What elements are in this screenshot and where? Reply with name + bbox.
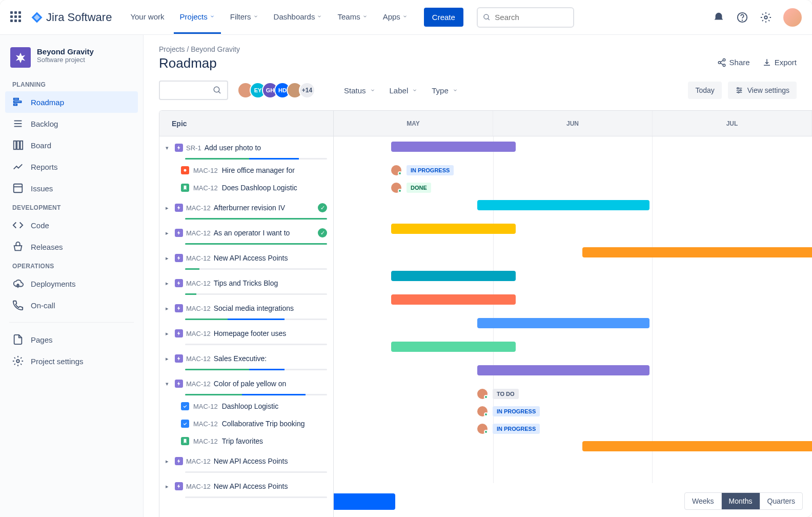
roadmap-timeline[interactable]: MAYJUNJUL IN PROGRESSDONETO DOIN PROGRES… <box>334 111 812 517</box>
view-switcher: WeeksMonthsQuarters <box>684 492 803 510</box>
epic-progress <box>185 243 327 245</box>
expand-toggle-icon[interactable]: ▸ <box>166 355 172 362</box>
svg-line-20 <box>720 60 723 62</box>
breadcrumb[interactable]: Projects / Beyond Gravity <box>159 45 812 53</box>
svg-rect-11 <box>14 141 16 150</box>
view-weeks[interactable]: Weeks <box>685 493 722 509</box>
epic-row[interactable]: ▸MAC-12As an operator I want to✓ <box>159 222 333 243</box>
project-type: Software project <box>37 56 94 64</box>
expand-toggle-icon[interactable]: ▸ <box>166 458 172 465</box>
svg-rect-6 <box>14 101 22 103</box>
child-issue-row[interactable]: MAC-12Dashloop Logistic <box>159 397 333 415</box>
expand-toggle-icon[interactable]: ▸ <box>166 230 172 236</box>
notifications-icon[interactable] <box>713 11 725 24</box>
epic-row[interactable]: ▸MAC-12Homepage footer uses <box>159 322 333 344</box>
epic-bar[interactable] <box>582 441 812 451</box>
sidebar-item-releases[interactable]: Releases <box>5 236 138 257</box>
epic-row[interactable]: ▸MAC-12New API Access Points <box>159 450 333 471</box>
search-input[interactable] <box>495 13 568 22</box>
expand-toggle-icon[interactable]: ▸ <box>166 255 172 262</box>
nav-teams[interactable]: Teams <box>331 1 373 34</box>
svg-rect-7 <box>14 104 17 106</box>
sidebar-item-project-settings[interactable]: Project settings <box>5 350 138 372</box>
epic-bar[interactable] <box>477 200 649 210</box>
sidebar-item-reports[interactable]: Reports <box>5 156 138 177</box>
view-months[interactable]: Months <box>722 493 760 509</box>
timeline-scroll-handle[interactable] <box>334 493 395 510</box>
timeline-header: MAYJUNJUL <box>334 111 812 136</box>
sidebar-item-pages[interactable]: Pages <box>5 329 138 350</box>
expand-toggle-icon[interactable]: ▸ <box>166 483 172 490</box>
roadmap-epic-list: Epic ▾SR-1Add user photo toMAC-12Hire of… <box>159 111 334 517</box>
epic-bar[interactable] <box>477 318 649 328</box>
epic-row[interactable]: ▸MAC-12Afterburner revision IV✓ <box>159 196 333 218</box>
epic-row[interactable]: ▾SR-1Add user photo to <box>159 136 333 158</box>
sidebar-item-deployments[interactable]: Deployments <box>5 273 138 294</box>
timeline-row: IN PROGRESS <box>334 419 812 436</box>
roadmap-search[interactable] <box>159 81 228 100</box>
create-button[interactable]: Create <box>424 8 463 27</box>
epic-row[interactable]: ▸MAC-12Social media integrations <box>159 297 333 319</box>
sidebar-item-code[interactable]: Code <box>5 214 138 236</box>
filter-status[interactable]: Status <box>344 86 375 95</box>
epic-bar[interactable] <box>391 142 516 152</box>
expand-toggle-icon[interactable]: ▸ <box>166 280 172 287</box>
help-icon[interactable] <box>736 11 748 24</box>
assignee-more[interactable]: +14 <box>299 82 315 98</box>
expand-toggle-icon[interactable]: ▾ <box>166 145 172 151</box>
expand-toggle-icon[interactable]: ▸ <box>166 330 172 337</box>
jira-logo-icon <box>31 11 43 24</box>
done-check-icon: ✓ <box>318 228 327 237</box>
timeline-row: TO DO <box>334 384 812 401</box>
epic-row[interactable]: ▸MAC-12New API Access Points <box>159 247 333 268</box>
app-switcher-icon[interactable] <box>10 11 23 24</box>
epic-column-header: Epic <box>159 111 333 136</box>
filter-type[interactable]: Type <box>432 86 458 95</box>
sidebar-item-backlog[interactable]: Backlog <box>5 113 138 134</box>
share-button[interactable]: Share <box>717 58 750 67</box>
view-settings-button[interactable]: View settings <box>728 82 797 99</box>
epic-bar[interactable] <box>582 247 812 257</box>
epic-row[interactable]: ▸MAC-12Sales Executive: <box>159 347 333 369</box>
global-search[interactable] <box>477 7 574 28</box>
child-issue-row[interactable]: MAC-12Trip favorites <box>159 432 333 450</box>
epic-row[interactable]: ▾MAC-12Color of pale yellow on <box>159 372 333 394</box>
nav-filters[interactable]: Filters <box>224 1 265 34</box>
epic-bar[interactable] <box>391 342 516 352</box>
nav-projects[interactable]: Projects <box>174 1 221 34</box>
assignee-avatars[interactable]: EYGHHD+14 <box>237 82 315 98</box>
child-issue-row[interactable]: MAC-12Does Dashloop Logistic <box>159 179 333 196</box>
timeline-row <box>334 313 812 336</box>
nav-dashboards[interactable]: Dashboards <box>268 1 329 34</box>
epic-bar[interactable] <box>391 224 516 234</box>
expand-toggle-icon[interactable]: ▸ <box>166 205 172 211</box>
settings-icon[interactable] <box>760 11 772 24</box>
epic-row[interactable]: ▸MAC-12New API Access Points <box>159 475 333 496</box>
today-button[interactable]: Today <box>688 82 721 99</box>
project-header[interactable]: Beyond Gravity Software project <box>5 44 138 76</box>
view-quarters[interactable]: Quarters <box>760 493 802 509</box>
sidebar-item-board[interactable]: Board <box>5 134 138 156</box>
timeline-row <box>334 360 812 384</box>
profile-avatar[interactable] <box>783 8 802 27</box>
child-issue-row[interactable]: MAC-12Hire office manager for <box>159 162 333 179</box>
sidebar-item-roadmap[interactable]: Roadmap <box>5 91 138 113</box>
epic-bar[interactable] <box>391 294 516 305</box>
on-call-icon <box>12 300 24 311</box>
epic-row[interactable]: ▸MAC-12Tips and Tricks Blog <box>159 272 333 293</box>
sidebar-item-issues[interactable]: Issues <box>5 177 138 199</box>
child-issue-row[interactable]: MAC-12Collaborative Trip booking <box>159 415 333 432</box>
expand-toggle-icon[interactable]: ▾ <box>166 381 172 387</box>
epic-bar[interactable] <box>391 271 516 281</box>
nav-your-work[interactable]: Your work <box>124 1 170 34</box>
export-button[interactable]: Export <box>762 58 797 67</box>
search-icon <box>483 13 491 22</box>
sidebar-item-on-call[interactable]: On-call <box>5 294 138 316</box>
expand-toggle-icon[interactable]: ▸ <box>166 305 172 312</box>
product-logo[interactable]: Jira Software <box>31 11 112 24</box>
filter-label[interactable]: Label <box>390 86 418 95</box>
svg-rect-5 <box>14 98 18 100</box>
sliders-icon <box>735 86 743 94</box>
epic-bar[interactable] <box>477 365 649 375</box>
nav-apps[interactable]: Apps <box>377 1 414 34</box>
